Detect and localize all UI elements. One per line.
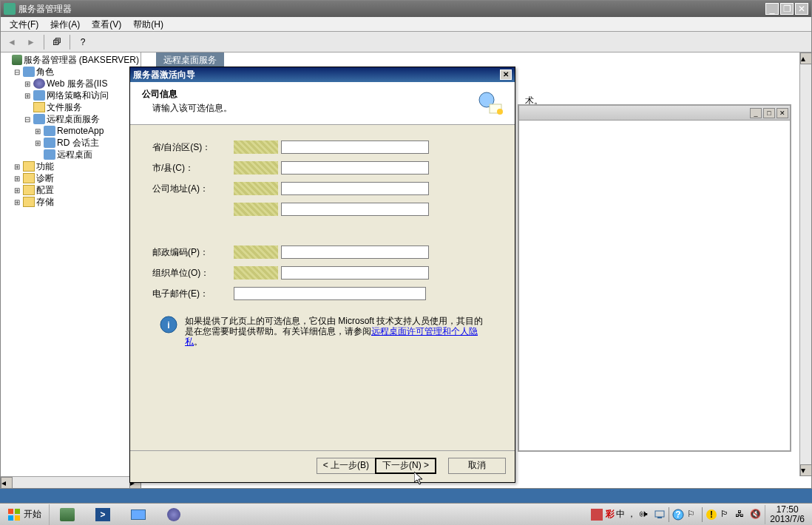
wizard-body: 省/自治区(S)： 市/县(C)： 公司地址(A)： 邮政编码(P)： 组织单位… xyxy=(130,125,515,450)
svg-rect-5 xyxy=(8,509,13,514)
windows-logo-icon xyxy=(7,508,21,521)
tray-icon-volume[interactable]: 🔇 xyxy=(750,509,762,521)
input-address2[interactable] xyxy=(281,203,429,216)
start-button[interactable]: 开始 xyxy=(0,504,50,525)
input-email[interactable] xyxy=(234,287,426,300)
toolbar: ◄ ► 🗊 ? xyxy=(1,32,811,52)
input-province[interactable] xyxy=(281,140,429,154)
input-address[interactable] xyxy=(281,182,429,195)
nav-fwd-button[interactable]: ► xyxy=(23,34,39,50)
sub-maximize-button[interactable]: □ xyxy=(763,108,775,118)
blur-address xyxy=(234,182,278,195)
cancel-button[interactable]: 取消 xyxy=(448,458,506,474)
tree-web[interactable]: ⊞Web 服务器(IIS xyxy=(2,78,139,89)
taskbar-item-desktop[interactable] xyxy=(121,504,156,525)
tree-config[interactable]: ⊞配置 xyxy=(2,184,139,196)
toolbar-sep xyxy=(44,35,44,50)
wizard-header: 公司信息 请输入该可选信息。 xyxy=(130,82,515,125)
wizard-titlebar[interactable]: 服务器激活向导 ✕ xyxy=(130,67,515,82)
label-province: 省/自治区(S)： xyxy=(152,141,234,154)
toolbar-help-icon[interactable]: ? xyxy=(75,34,91,50)
menu-view[interactable]: 查看(V) xyxy=(86,17,127,31)
svg-rect-10 xyxy=(655,511,664,517)
tray-icon-action[interactable]: ⚐ xyxy=(687,509,699,521)
tree-np[interactable]: ⊞网络策略和访问 xyxy=(2,89,139,101)
wizard-title-text: 服务器激活向导 xyxy=(133,69,500,81)
svg-rect-11 xyxy=(657,517,662,518)
wizard-close-button[interactable]: ✕ xyxy=(500,70,512,80)
tree-diag[interactable]: ⊞诊断 xyxy=(2,172,139,184)
taskbar: 开始 > 彩 中 ， 🕪 ? ⚐ ! 🏳 🖧 🔇 17:50 2013/7/6 xyxy=(0,503,812,525)
blur-city xyxy=(234,161,278,175)
tray-icon-sound[interactable]: 🕪 xyxy=(639,509,651,521)
blur-province xyxy=(234,140,278,154)
tree-remoteapp[interactable]: ⊞RemoteApp xyxy=(2,125,139,137)
info-box: i 如果提供了此页上的可选信息，它仅由 Microsoft 技术支持人员使用，其… xyxy=(152,316,493,347)
blur-postal xyxy=(234,245,278,259)
tree-rddesktop[interactable]: 远程桌面 xyxy=(2,149,139,160)
blur-org xyxy=(234,266,278,280)
system-tray: 彩 中 ， 🕪 ? ⚐ ! 🏳 🖧 🔇 17:50 2013/7/6 xyxy=(588,504,812,525)
taskbar-item-server-manager[interactable] xyxy=(50,504,85,525)
main-title: 服务器管理器 xyxy=(18,3,765,16)
tree-root[interactable]: 服务器管理器 (BAKSERVER) xyxy=(2,54,139,66)
tree-features[interactable]: ⊞功能 xyxy=(2,160,139,172)
tray-icon-flag[interactable]: 🏳 xyxy=(720,509,732,521)
info-icon: i xyxy=(160,316,177,333)
start-label: 开始 xyxy=(24,508,41,521)
back-button[interactable]: < 上一步(B) xyxy=(317,458,375,474)
restore-button[interactable]: ❐ xyxy=(780,3,794,15)
activation-wizard: 服务器激活向导 ✕ 公司信息 请输入该可选信息。 省/自治区(S)： 市/县(C… xyxy=(129,67,515,483)
blur-address2 xyxy=(234,203,278,216)
menu-help[interactable]: 帮助(H) xyxy=(127,17,169,31)
sub-minimize-button[interactable]: _ xyxy=(750,108,762,118)
wizard-header-icon xyxy=(473,88,503,118)
label-address: 公司地址(A)： xyxy=(152,183,234,195)
tray-icon-security[interactable]: ! xyxy=(706,509,717,521)
input-postal[interactable] xyxy=(281,245,429,259)
menu-action[interactable]: 操作(A) xyxy=(44,17,86,31)
label-city: 市/县(C)： xyxy=(152,162,234,175)
tray-icon-network[interactable] xyxy=(654,509,666,521)
svg-rect-9 xyxy=(591,509,603,521)
label-postal: 邮政编码(P)： xyxy=(152,246,234,259)
next-button[interactable]: 下一步(N) > xyxy=(375,458,436,474)
tray-icon-1[interactable] xyxy=(591,509,603,521)
info-text: 如果提供了此页上的可选信息，它仅由 Microsoft 技术支持人员使用，其目的… xyxy=(185,316,485,347)
tree-rdsession[interactable]: ⊞RD 会话主 xyxy=(2,137,139,149)
tree-file[interactable]: 文件服务 xyxy=(2,101,139,113)
input-org[interactable] xyxy=(281,266,429,280)
tree-storage[interactable]: ⊞存储 xyxy=(2,196,139,208)
panel-vscroll[interactable]: ▴▾ xyxy=(799,52,811,476)
input-city[interactable] xyxy=(281,161,429,175)
label-email: 电子邮件(E)： xyxy=(152,288,234,300)
close-button[interactable]: ✕ xyxy=(795,3,808,15)
tree-hscroll[interactable]: ◂▸ xyxy=(1,476,141,488)
label-org: 组织单位(O)： xyxy=(152,267,234,280)
svg-point-2 xyxy=(497,109,503,115)
toolbar-props-icon[interactable]: 🗊 xyxy=(49,34,65,50)
ime-indicator[interactable]: 彩 中 ， xyxy=(606,508,636,521)
taskbar-item-powershell[interactable]: > xyxy=(85,504,121,525)
menu-bar: 文件(F) 操作(A) 查看(V) 帮助(H) xyxy=(1,17,811,32)
tree-rds[interactable]: ⊟远程桌面服务 xyxy=(2,113,139,125)
svg-text:!: ! xyxy=(710,509,713,520)
svg-rect-6 xyxy=(15,509,20,514)
sub-close-button[interactable]: ✕ xyxy=(777,108,788,118)
menu-file[interactable]: 文件(F) xyxy=(4,17,44,31)
taskbar-item-licensing[interactable] xyxy=(156,504,192,525)
wizard-header-title: 公司信息 xyxy=(142,88,473,101)
minimize-button[interactable]: _ xyxy=(765,3,779,15)
tray-icon-net2[interactable]: 🖧 xyxy=(735,509,747,521)
tree-roles[interactable]: ⊟角色 xyxy=(2,66,139,78)
wizard-footer: < 上一步(B) 下一步(N) > 取消 xyxy=(130,450,515,480)
toolbar-sep xyxy=(70,35,70,50)
svg-rect-8 xyxy=(15,515,20,521)
tray-icon-help[interactable]: ? xyxy=(672,509,684,521)
tray-clock[interactable]: 17:50 2013/7/6 xyxy=(765,505,809,524)
main-titlebar: 服务器管理器 _ ❐ ✕ xyxy=(1,1,811,17)
tree-panel[interactable]: 服务器管理器 (BAKSERVER) ⊟角色 ⊞Web 服务器(IIS ⊞网络策… xyxy=(1,52,141,488)
svg-text:i: i xyxy=(167,320,169,331)
server-manager-icon xyxy=(4,3,16,15)
nav-back-button[interactable]: ◄ xyxy=(4,34,20,50)
